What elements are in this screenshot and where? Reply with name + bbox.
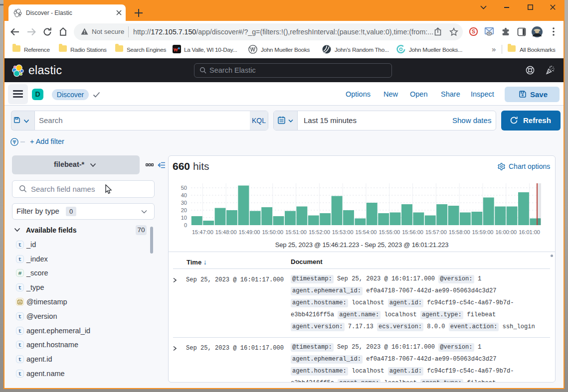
svg-text:15:59:00: 15:59:00	[472, 229, 494, 235]
svg-text:15:53:00: 15:53:00	[332, 229, 354, 235]
svg-text:15:54:00: 15:54:00	[356, 229, 377, 235]
svg-text:15:57:00: 15:57:00	[425, 229, 447, 235]
svg-text:10: 10	[181, 215, 187, 221]
svg-text:20: 20	[181, 207, 187, 213]
svg-text:30: 30	[181, 200, 187, 206]
svg-text:16:01:00: 16:01:00	[519, 229, 540, 235]
svg-text:0: 0	[184, 222, 187, 228]
svg-text:16:00:00: 16:00:00	[495, 229, 517, 235]
svg-text:15:56:00: 15:56:00	[402, 229, 423, 235]
svg-text:40: 40	[181, 192, 187, 198]
svg-text:15:51:00: 15:51:00	[285, 229, 307, 235]
svg-text:15:50:00: 15:50:00	[262, 229, 283, 235]
svg-text:15:58:00: 15:58:00	[449, 229, 470, 235]
svg-text:50: 50	[181, 185, 187, 191]
svg-text:15:48:00: 15:48:00	[215, 229, 237, 235]
svg-text:15:55:00: 15:55:00	[379, 229, 400, 235]
svg-text:15:52:00: 15:52:00	[309, 229, 330, 235]
svg-text:15:47:00: 15:47:00	[192, 229, 213, 235]
svg-text:15:49:00: 15:49:00	[239, 229, 260, 235]
